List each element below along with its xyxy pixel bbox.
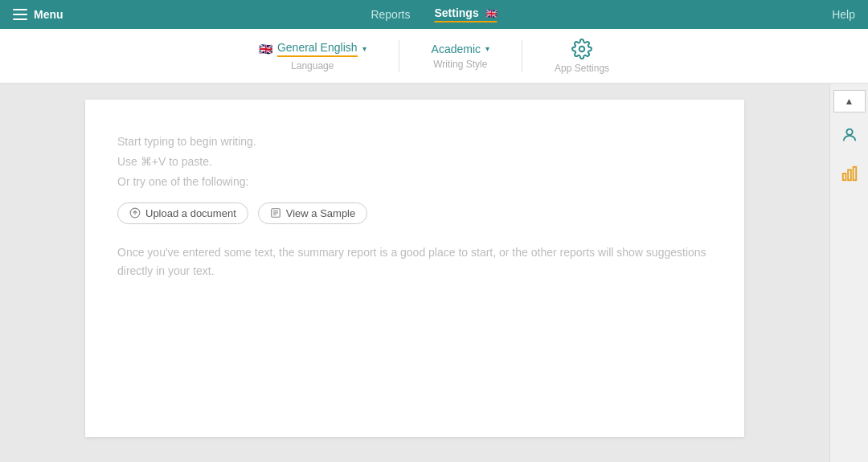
- placeholder-line3: Or try one of the following:: [117, 172, 712, 192]
- svg-rect-8: [842, 174, 845, 180]
- writing-style-value: Academic: [432, 43, 481, 55]
- main-area: Start typing to begin writing. Use ⌘+V t…: [0, 84, 868, 462]
- uk-flag-icon: 🇬🇧: [259, 43, 272, 55]
- chart-icon: [841, 165, 858, 182]
- settings-divider-1: [399, 40, 399, 72]
- placeholder-line2: Use ⌘+V to paste.: [117, 152, 712, 172]
- language-setting[interactable]: 🇬🇧 General English ▾ Language: [259, 41, 366, 72]
- view-sample-button[interactable]: View a Sample: [258, 202, 367, 224]
- language-label: Language: [291, 60, 334, 72]
- nav-center: Reports Settings 🇬🇧: [371, 6, 497, 22]
- upload-icon: [129, 207, 141, 219]
- info-text: Once you've entered some text, the summa…: [117, 243, 712, 282]
- settings-nav-link[interactable]: Settings 🇬🇧: [434, 6, 497, 22]
- language-chevron-icon: ▾: [362, 44, 366, 53]
- sample-button-label: View a Sample: [286, 207, 355, 219]
- upload-document-button[interactable]: Upload a document: [117, 202, 248, 224]
- writing-style-setting[interactable]: Academic ▾ Writing Style: [432, 43, 489, 70]
- person-sidebar-button[interactable]: [833, 119, 866, 151]
- menu-button[interactable]: Menu: [13, 8, 63, 21]
- app-settings-label: App Settings: [555, 63, 609, 74]
- svg-point-0: [579, 46, 585, 51]
- svg-rect-10: [853, 167, 856, 181]
- svg-rect-9: [848, 170, 851, 180]
- flag-icon: 🇬🇧: [485, 8, 497, 19]
- reports-nav-link[interactable]: Reports: [371, 8, 410, 21]
- svg-point-7: [846, 129, 852, 135]
- hamburger-icon: [13, 9, 27, 20]
- language-value: General English: [277, 41, 358, 57]
- writing-style-chevron-icon: ▾: [485, 44, 489, 53]
- sample-icon: [270, 207, 281, 219]
- language-setting-top: 🇬🇧 General English ▾: [259, 41, 366, 57]
- chart-sidebar-button[interactable]: [833, 157, 866, 190]
- menu-label: Menu: [34, 8, 63, 21]
- document[interactable]: Start typing to begin writing. Use ⌘+V t…: [85, 100, 744, 437]
- person-icon: [841, 126, 858, 144]
- top-nav: Menu Reports Settings 🇬🇧 Help: [0, 0, 868, 29]
- settings-bar: 🇬🇧 General English ▾ Language Academic ▾…: [0, 29, 868, 84]
- nav-right: Help: [832, 8, 855, 21]
- gear-icon: [571, 39, 592, 59]
- chevron-up-icon: ▲: [845, 96, 854, 107]
- placeholder-line1: Start typing to begin writing.: [117, 132, 712, 152]
- scroll-up-button[interactable]: ▲: [833, 90, 866, 112]
- upload-button-label: Upload a document: [145, 207, 236, 219]
- settings-divider-2: [522, 40, 522, 72]
- doc-action-buttons: Upload a document View a Sample: [117, 202, 712, 224]
- right-sidebar: ▲: [829, 84, 868, 462]
- help-link[interactable]: Help: [832, 8, 855, 21]
- app-settings-button[interactable]: App Settings: [555, 39, 609, 74]
- writing-style-setting-top: Academic ▾: [432, 43, 489, 55]
- writing-style-label: Writing Style: [433, 59, 487, 70]
